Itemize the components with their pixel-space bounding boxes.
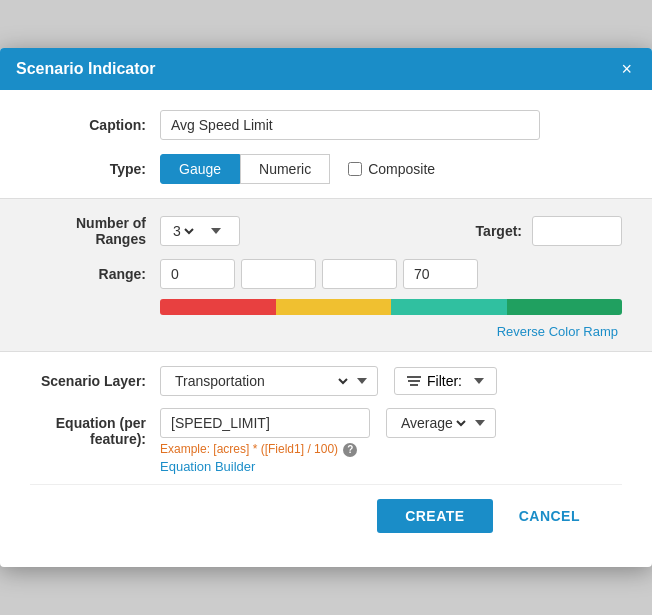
ranges-select[interactable]: 3 2 4 5	[169, 222, 197, 240]
range-input-3[interactable]	[403, 259, 478, 289]
range-input-0[interactable]	[160, 259, 235, 289]
equation-hint: Example: [acres] * ([Field1] / 100) ?	[160, 442, 622, 457]
range-inputs	[160, 259, 478, 289]
avg-dropdown[interactable]: Average Sum Min Max	[386, 408, 496, 438]
composite-checkbox-label[interactable]: Composite	[348, 161, 435, 177]
filter-icon	[407, 376, 421, 386]
equation-input[interactable]	[160, 408, 370, 438]
color-ramp-row	[30, 299, 622, 315]
target-input[interactable]	[532, 216, 622, 246]
close-button[interactable]: ×	[617, 60, 636, 78]
target-group: Target:	[476, 216, 622, 246]
range-input-2[interactable]	[322, 259, 397, 289]
dialog-footer: CREATE CANCEL	[30, 484, 622, 551]
scenario-layer-select[interactable]: Transportation	[171, 372, 351, 390]
scenario-indicator-dialog: Scenario Indicator × Caption: Type: Gaug…	[0, 48, 652, 567]
scenario-layer-label: Scenario Layer:	[30, 373, 160, 389]
layer-dropdown-arrow	[357, 378, 367, 384]
filter-dropdown-arrow	[474, 378, 484, 384]
ranges-dropdown-arrow	[211, 228, 221, 234]
equation-and-avg: Average Sum Min Max	[160, 408, 622, 438]
reverse-color-row: Reverse Color Ramp	[30, 319, 622, 339]
range-input-1[interactable]	[241, 259, 316, 289]
create-button[interactable]: CREATE	[377, 499, 493, 533]
composite-label: Composite	[368, 161, 435, 177]
type-label: Type:	[30, 161, 160, 177]
dialog-header: Scenario Indicator ×	[0, 48, 652, 90]
dialog-body: Caption: Type: Gauge Numeric Composite N…	[0, 90, 652, 567]
equation-hint-text: Example: [acres] * ([Field1] / 100)	[160, 442, 338, 456]
dialog-title: Scenario Indicator	[16, 60, 156, 78]
reverse-color-link[interactable]: Reverse Color Ramp	[497, 320, 620, 339]
ranges-row: Number of Ranges 3 2 4 5 Target:	[30, 215, 622, 247]
range-label: Range:	[30, 266, 160, 282]
ramp-green	[507, 299, 623, 315]
filter-label: Filter:	[427, 373, 462, 389]
gauge-button[interactable]: Gauge	[160, 154, 240, 184]
scenario-layer-dropdown[interactable]: Transportation	[160, 366, 378, 396]
target-label: Target:	[476, 223, 522, 239]
caption-control	[160, 110, 622, 140]
equation-right: Average Sum Min Max Example: [acres] * (…	[160, 408, 622, 474]
caption-input[interactable]	[160, 110, 540, 140]
caption-label: Caption:	[30, 117, 160, 133]
numeric-button[interactable]: Numeric	[240, 154, 330, 184]
cancel-button[interactable]: CANCEL	[501, 499, 598, 533]
scenario-layer-row: Scenario Layer: Transportation Filter:	[30, 366, 622, 396]
type-row: Type: Gauge Numeric Composite	[30, 154, 622, 184]
type-control: Gauge Numeric Composite	[160, 154, 622, 184]
color-ramp-bar	[160, 299, 622, 315]
ramp-red	[160, 299, 276, 315]
ranges-dropdown[interactable]: 3 2 4 5	[160, 216, 240, 246]
equation-label: Equation (per feature):	[30, 408, 160, 447]
composite-checkbox[interactable]	[348, 162, 362, 176]
gauge-section: Number of Ranges 3 2 4 5 Target:	[0, 198, 652, 352]
avg-select[interactable]: Average Sum Min Max	[397, 414, 469, 432]
equation-builder-link[interactable]: Equation Builder	[160, 459, 255, 474]
ramp-teal	[391, 299, 507, 315]
caption-row: Caption:	[30, 110, 622, 140]
filter-button[interactable]: Filter:	[394, 367, 497, 395]
equation-row: Equation (per feature): Average Sum Min …	[30, 408, 622, 474]
range-inputs-row: Range:	[30, 259, 622, 289]
number-of-ranges-label: Number of Ranges	[30, 215, 160, 247]
ramp-yellow	[276, 299, 392, 315]
avg-dropdown-arrow	[475, 420, 485, 426]
help-icon[interactable]: ?	[343, 443, 357, 457]
